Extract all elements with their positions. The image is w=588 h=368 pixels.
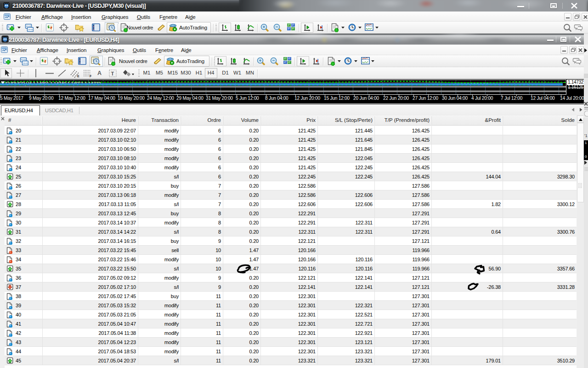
- svg-text:E: E: [77, 75, 79, 78]
- svg-text:T: T: [111, 71, 114, 76]
- svg-text:F: F: [90, 75, 92, 78]
